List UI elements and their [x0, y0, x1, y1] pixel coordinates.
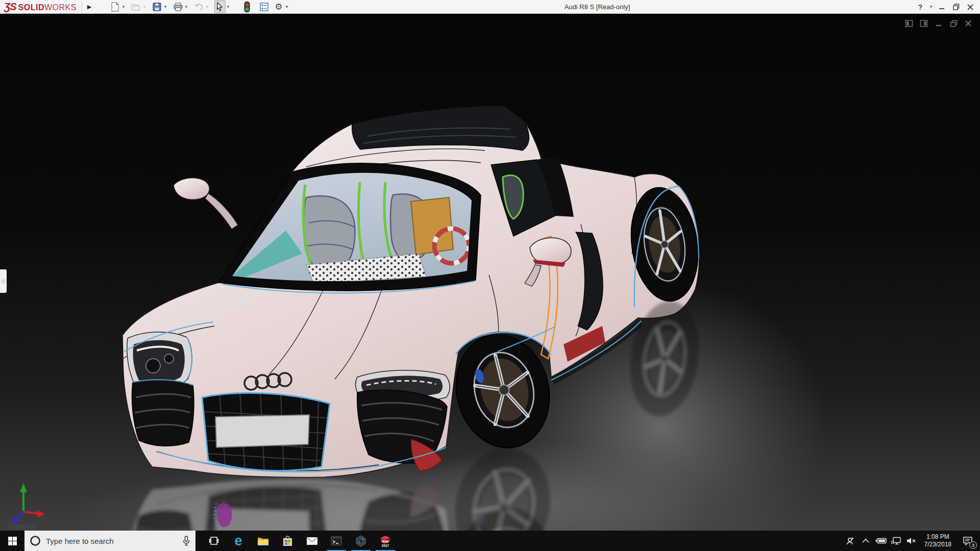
select-tool-button[interactable]	[214, 1, 226, 13]
command-prompt-button[interactable]	[324, 531, 349, 551]
solidworks-2017-icon: SW 2017	[379, 534, 392, 547]
print-caret[interactable]: ▼	[184, 5, 189, 9]
edge-icon: e	[234, 534, 242, 548]
settings-button[interactable]: ⚙	[273, 1, 284, 13]
search-input[interactable]	[46, 537, 177, 545]
close-document-button[interactable]	[964, 19, 973, 28]
microphone-icon[interactable]	[182, 536, 190, 546]
open-document-caret[interactable]: ▼	[142, 5, 147, 9]
undo-button[interactable]	[193, 1, 205, 13]
undo-arrow-icon	[194, 3, 204, 11]
open-folder-icon	[131, 3, 141, 11]
action-center-button[interactable]: 3	[958, 531, 978, 551]
car-3d-model[interactable]	[0, 14, 980, 531]
cortana-icon	[30, 535, 41, 546]
print-icon	[174, 3, 183, 11]
help-button[interactable]: ?	[915, 1, 926, 13]
people-icon	[845, 536, 855, 545]
hidden-icons-button[interactable]	[859, 531, 872, 551]
command-prompt-icon	[331, 536, 342, 545]
traffic-light-icon	[244, 2, 250, 12]
options-list-button[interactable]	[259, 1, 270, 13]
taskbar-search[interactable]	[24, 531, 195, 551]
system-tray: 1:08 PM 7/23/2018 3	[844, 531, 980, 551]
save-button[interactable]	[152, 1, 163, 13]
options-list-icon	[260, 3, 268, 11]
hexagon-app-icon	[355, 535, 366, 547]
brand-name-bold: SOLID	[18, 3, 44, 12]
volume-muted-icon	[906, 537, 917, 545]
close-icon	[967, 4, 973, 10]
document-window-controls	[904, 19, 973, 28]
tile-window-button[interactable]	[904, 19, 914, 28]
notification-badge: 3	[969, 541, 977, 549]
brand-name-light: WORKS	[44, 3, 77, 12]
microsoft-store-icon	[282, 536, 293, 546]
orientation-triad	[8, 479, 49, 528]
window-title: Audi R8 S [Read-only]	[531, 0, 664, 14]
gear-icon: ⚙	[275, 2, 282, 12]
save-floppy-icon	[153, 3, 161, 11]
file-explorer-button[interactable]	[251, 531, 275, 551]
save-caret[interactable]: ▼	[163, 5, 168, 9]
menu-flyout-arrow-icon[interactable]: ▶	[84, 1, 94, 13]
title-toolbar: ƷS SOLID WORKS ▶ ▼ ▼	[0, 0, 980, 14]
left-air-intake	[132, 380, 194, 446]
hexagon-app-button[interactable]	[349, 531, 373, 551]
restore-button[interactable]	[950, 1, 962, 13]
people-button[interactable]	[844, 531, 857, 551]
network-button[interactable]	[890, 531, 903, 551]
select-tool-caret[interactable]: ▼	[226, 5, 231, 9]
license-plate	[215, 415, 309, 447]
panel-tab-dot-icon	[2, 280, 5, 283]
start-button[interactable]	[0, 531, 24, 551]
clock-date: 7/23/2018	[924, 541, 951, 548]
file-explorer-icon	[257, 536, 269, 546]
svg-text:SW: SW	[382, 539, 389, 544]
minimize-button[interactable]	[936, 1, 947, 13]
view-orientation-label: *Dimetric	[7, 522, 35, 530]
volume-button[interactable]	[905, 531, 918, 551]
select-arrow-icon	[216, 2, 224, 11]
left-mirror	[174, 178, 238, 229]
help-caret[interactable]: ▼	[929, 5, 933, 9]
microsoft-store-button[interactable]	[275, 531, 300, 551]
taskbar-clock[interactable]: 1:08 PM 7/23/2018	[920, 533, 955, 548]
task-view-button[interactable]	[202, 531, 226, 551]
chevron-up-icon	[862, 538, 870, 543]
restore-document-button[interactable]	[949, 19, 958, 28]
windows-logo-icon	[8, 537, 17, 545]
taskbar-app-row: e	[202, 531, 398, 551]
minimize-document-button[interactable]	[934, 19, 943, 28]
settings-caret[interactable]: ▼	[284, 5, 289, 9]
new-document-caret[interactable]: ▼	[121, 5, 126, 9]
restore-icon	[953, 4, 960, 10]
open-document-button[interactable]	[131, 1, 142, 13]
network-icon	[891, 537, 901, 545]
clock-time: 1:08 PM	[926, 533, 949, 541]
graphics-viewport[interactable]: *Dimetric	[0, 14, 980, 531]
solidworks-logo: ƷS SOLID WORKS	[0, 1, 77, 13]
edge-browser-button[interactable]: e	[226, 531, 251, 551]
front-grille	[202, 392, 330, 473]
solidworks-2017-button[interactable]: SW 2017	[373, 531, 398, 551]
toolbar-divider	[82, 1, 82, 13]
print-button[interactable]	[173, 1, 184, 13]
battery-charging-icon	[875, 537, 887, 544]
feature-tree-collapsed-tab[interactable]	[0, 269, 7, 293]
cascade-window-button[interactable]	[919, 19, 928, 28]
close-button[interactable]	[965, 1, 976, 13]
task-view-icon	[209, 536, 219, 545]
minimize-icon	[939, 4, 945, 10]
new-document-button[interactable]	[110, 1, 121, 13]
mail-button[interactable]	[300, 531, 324, 551]
windows-taskbar: e	[0, 531, 980, 551]
new-document-icon	[111, 2, 119, 12]
brand-glyph-icon: ƷS	[4, 1, 16, 13]
battery-button[interactable]	[874, 531, 888, 551]
mail-envelope-icon	[306, 537, 318, 545]
rebuild-button[interactable]	[241, 1, 253, 13]
svg-text:2017: 2017	[382, 544, 389, 547]
undo-caret[interactable]: ▼	[205, 5, 210, 9]
quick-access-toolbar: ▼ ▼ ▼	[110, 1, 294, 13]
